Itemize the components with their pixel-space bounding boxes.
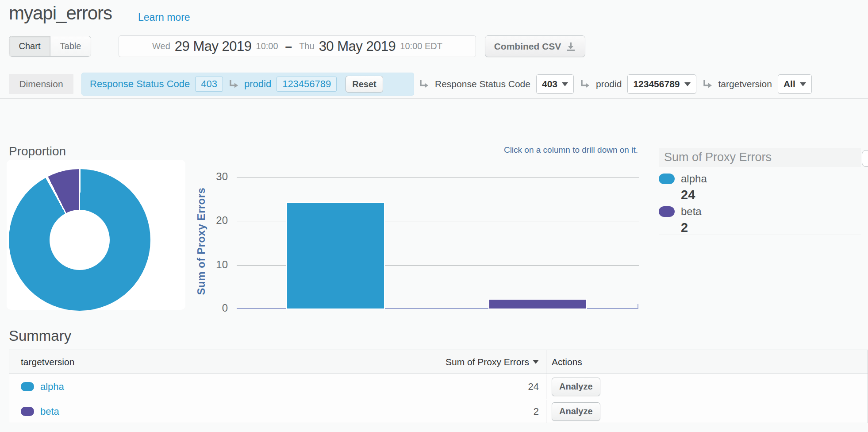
- row-swatch-alpha: [21, 382, 34, 391]
- table-row: beta 2 Analyze: [9, 400, 868, 423]
- start-date: 29 May 2019: [175, 39, 252, 54]
- bar-alpha[interactable]: [287, 203, 384, 309]
- legend-item[interactable]: alpha 24: [659, 173, 861, 202]
- y-tick-label: 10: [201, 258, 228, 271]
- summary-title: Summary: [9, 328, 71, 344]
- start-time: 10:00: [256, 41, 278, 51]
- y-tick-label: 0: [201, 302, 228, 314]
- gridline: [237, 177, 639, 177]
- filter-bar: Response Status Code 403 prodid 12345678…: [419, 73, 812, 96]
- download-icon: [565, 41, 576, 52]
- filter-select-value: All: [784, 79, 795, 89]
- legend-overflow-button[interactable]: [862, 150, 868, 167]
- summary-table: targetversion Sum of Proxy Errors Action…: [9, 350, 868, 423]
- filter-select-targetversion[interactable]: All: [778, 74, 812, 94]
- filter-name: targetversion: [718, 79, 772, 89]
- bar-beta[interactable]: [489, 300, 586, 309]
- combined-csv-button[interactable]: Combined CSV: [485, 35, 585, 57]
- learn-more-link[interactable]: Learn more: [138, 12, 190, 23]
- end-time: 10:00 EDT: [400, 41, 442, 51]
- filter-name: Response Status Code: [435, 79, 530, 89]
- caret-down-icon: [562, 82, 568, 86]
- filter-select-value: 123456789: [633, 79, 680, 89]
- dimension-label: Dimension: [9, 74, 73, 94]
- legend-title: Sum of Proxy Errors: [659, 148, 861, 167]
- divider: [0, 98, 868, 99]
- view-toggle: Chart Table: [9, 36, 91, 57]
- table-header-row: targetversion Sum of Proxy Errors Action…: [9, 350, 868, 374]
- combined-csv-label: Combined CSV: [494, 41, 561, 52]
- drilldown-arrow-icon: [419, 79, 429, 89]
- caret-down-icon: [684, 82, 691, 86]
- breadcrumb-dimension-value[interactable]: 123456789: [277, 77, 337, 92]
- column-header-actions: Actions: [552, 357, 582, 367]
- legend-label: beta: [681, 205, 702, 218]
- breadcrumb-dimension-name[interactable]: Response Status Code: [90, 78, 190, 90]
- sort-descending-icon: [533, 360, 539, 364]
- page-title: myapi_errors: [9, 3, 112, 24]
- tab-chart[interactable]: Chart: [9, 36, 50, 56]
- date-range-picker[interactable]: Wed 29 May 2019 10:00 – Thu 30 May 2019 …: [119, 35, 476, 57]
- table-row: alpha 24 Analyze: [9, 374, 868, 399]
- divider: [659, 235, 861, 235]
- filter-name: prodid: [596, 79, 622, 89]
- start-day: Wed: [152, 41, 170, 51]
- legend-swatch-alpha: [659, 174, 675, 184]
- breadcrumb-dimension-value[interactable]: 403: [195, 77, 223, 92]
- reset-button[interactable]: Reset: [346, 76, 383, 93]
- row-swatch-beta: [21, 407, 34, 416]
- drilldown-breadcrumb: Response Status Code 403 prodid 12345678…: [81, 73, 414, 96]
- proportion-title: Proportion: [9, 144, 66, 158]
- legend-swatch-beta: [659, 206, 675, 217]
- end-date: 30 May 2019: [319, 39, 396, 54]
- tab-table[interactable]: Table: [50, 36, 91, 56]
- row-value: 2: [534, 406, 539, 417]
- proportion-donut-chart[interactable]: [9, 169, 150, 311]
- analytics-dashboard: myapi_errors Learn more Chart Table Wed …: [0, 0, 868, 432]
- legend-label: alpha: [681, 173, 707, 185]
- y-axis-title: Sum of Proxy Errors: [195, 188, 207, 295]
- filter-select-response-status-code[interactable]: 403: [536, 74, 574, 94]
- y-tick-label: 20: [201, 214, 228, 227]
- date-separator: –: [283, 39, 295, 54]
- drilldown-arrow-icon: [228, 79, 239, 89]
- analyze-button[interactable]: Analyze: [552, 378, 600, 396]
- caret-down-icon: [800, 82, 806, 86]
- y-tick-label: 30: [201, 170, 228, 183]
- analyze-button[interactable]: Analyze: [552, 402, 600, 421]
- legend-value: 24: [681, 188, 861, 202]
- x-axis-end-tick: [638, 304, 638, 309]
- row-value: 24: [528, 381, 539, 393]
- legend-item[interactable]: beta 2: [659, 205, 861, 235]
- drilldown-arrow-icon: [702, 79, 713, 89]
- column-header-sum-of-proxy-errors[interactable]: Sum of Proxy Errors: [446, 357, 529, 367]
- legend-value: 2: [681, 220, 861, 235]
- filter-select-value: 403: [542, 79, 557, 89]
- drilldown-arrow-icon: [580, 79, 590, 89]
- row-link[interactable]: alpha: [40, 381, 64, 393]
- breadcrumb-dimension-name[interactable]: prodid: [244, 78, 271, 90]
- filter-select-prodid[interactable]: 123456789: [627, 74, 696, 94]
- column-header-targetversion: targetversion: [21, 357, 74, 367]
- row-link[interactable]: beta: [40, 406, 59, 417]
- end-day: Thu: [299, 41, 314, 51]
- divider: [659, 203, 861, 203]
- drill-hint-text[interactable]: Click on a column to drill down on it.: [461, 145, 638, 155]
